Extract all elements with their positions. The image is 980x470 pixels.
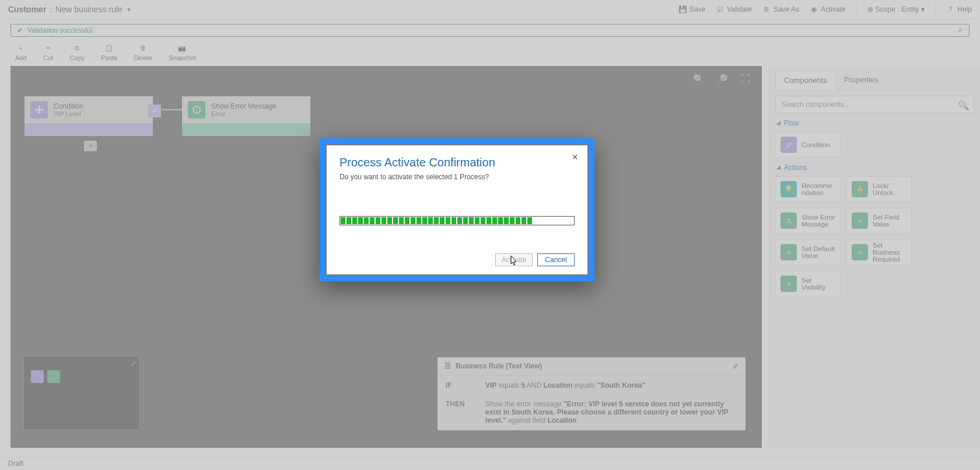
plus-icon: ＋: [16, 43, 26, 53]
then-expression: Show the error message "Error: VIP level…: [485, 400, 737, 424]
text-view-panel: ☰ Business Rule (Text View) ⤢ IF VIP equ…: [438, 357, 746, 430]
page-title[interactable]: Customer: New business rule ▾: [8, 5, 131, 14]
dialog-cancel-button[interactable]: Cancel: [537, 253, 575, 266]
component-condition[interactable]: ⑇Condition: [775, 132, 841, 158]
if-label: IF: [446, 381, 481, 389]
entity-name: Customer: [8, 5, 46, 14]
component-lock-unlock[interactable]: 🔒Lock/ Unlock: [846, 176, 912, 202]
zoom-in-button[interactable]: 🔍: [693, 73, 705, 85]
separator: [935, 4, 936, 15]
tab-components[interactable]: Components: [775, 71, 836, 90]
then-label: THEN: [446, 400, 481, 424]
minimap-action-chip: [47, 370, 60, 383]
connector: [162, 109, 182, 110]
node-subtitle: Error: [211, 110, 276, 117]
condition-node[interactable]: Condition VIP Level ✓: [24, 96, 153, 136]
component-recommendation[interactable]: 💡Recommendation: [775, 176, 841, 202]
activate-button[interactable]: ◉Activate: [810, 5, 846, 13]
component-set-business-required[interactable]: ≡Set Business Required: [846, 239, 912, 265]
dialog-activate-button[interactable]: Activate: [495, 253, 533, 266]
component-set-default-value[interactable]: ≡Set Default Value: [775, 239, 841, 265]
edit-toolbar: ＋Add ✂Cut ⧉Copy 📋Paste 🗑Delete 📷Snapshot: [0, 37, 980, 66]
separator: [856, 4, 857, 15]
validation-banner: ✔ Validation successful. ✕: [10, 24, 970, 37]
dialog-subtitle: Do you want to activate the selected 1 P…: [340, 173, 575, 181]
flow-section-header[interactable]: Flow: [776, 119, 974, 127]
canvas-toolbar: 🔍 🔎 ⛶: [693, 73, 751, 85]
actions-section-header[interactable]: Actions: [776, 163, 974, 172]
visibility-icon: ≡: [780, 276, 797, 292]
tab-properties[interactable]: Properties: [836, 71, 887, 89]
default-icon: ≡: [780, 244, 797, 260]
lock-icon: 🔒: [852, 181, 868, 197]
error-action-icon: !: [188, 101, 205, 119]
side-tabs: Components Properties: [775, 71, 974, 90]
status-text: Draft: [8, 459, 23, 468]
minimap-condition-chip: [31, 370, 44, 383]
lightbulb-icon: 💡: [780, 181, 797, 197]
show-error-node[interactable]: ! Show Error Message Error: [182, 96, 310, 136]
close-banner-button[interactable]: ✕: [957, 26, 963, 34]
textview-title: Business Rule (Text View): [456, 362, 542, 370]
required-icon: ≡: [852, 244, 868, 260]
saveas-icon: 🗎: [762, 5, 771, 13]
minimap[interactable]: ⤢: [23, 356, 140, 430]
cut-button[interactable]: ✂Cut: [43, 43, 54, 61]
component-set-field-value[interactable]: ≡Set Field Value: [846, 208, 912, 234]
node-title: Condition: [54, 102, 83, 110]
textview-icon: ☰: [444, 362, 451, 370]
save-as-button[interactable]: 🗎Save As: [762, 5, 799, 13]
error-icon: ⚠: [780, 213, 797, 229]
cut-icon: ✂: [43, 43, 54, 53]
expand-icon[interactable]: ⤢: [131, 360, 136, 367]
node-subtitle: VIP Level: [54, 110, 83, 117]
help-icon: ?: [946, 5, 954, 13]
node-title: Show Error Message: [211, 102, 276, 110]
add-button[interactable]: ＋Add: [15, 43, 27, 61]
snapshot-button[interactable]: 📷Snapshot: [169, 43, 195, 61]
validation-message: Validation successful.: [27, 26, 94, 34]
check-icon: ✓: [148, 105, 161, 117]
close-dialog-button[interactable]: ×: [572, 151, 578, 163]
expand-icon[interactable]: ⤢: [733, 362, 738, 370]
component-show-error[interactable]: ⚠Show Error Message: [775, 208, 841, 234]
fit-button[interactable]: ⛶: [740, 73, 751, 85]
title-bar: Customer: New business rule ▾ 💾Save ☑Val…: [0, 0, 980, 19]
search-components-input[interactable]: [775, 96, 974, 113]
zoom-out-button[interactable]: 🔎: [716, 73, 728, 85]
dialog-title: Process Activate Confirmation: [340, 156, 575, 169]
scope-selector[interactable]: ⊕ Scope : Entity ▾: [867, 5, 925, 13]
status-bar: Draft: [0, 457, 980, 470]
check-icon: ✔: [17, 26, 23, 34]
condition-icon: [30, 101, 48, 119]
progress-bar: [340, 216, 575, 225]
paste-button[interactable]: 📋Paste: [101, 43, 117, 61]
chevron-down-icon[interactable]: ▾: [127, 6, 131, 13]
svg-text:!: !: [196, 107, 198, 113]
side-panel: Components Properties 🔍 Flow ⑇Condition …: [769, 66, 980, 448]
scope-icon: ⊕: [867, 5, 873, 13]
activate-icon: ◉: [810, 5, 818, 13]
title-actions: 💾Save ☑Validate 🗎Save As ◉Activate ⊕ Sco…: [678, 4, 972, 15]
delete-branch-button[interactable]: ✕: [84, 141, 97, 151]
activate-dialog: Process Activate Confirmation Do you wan…: [320, 138, 594, 281]
delete-icon: 🗑: [138, 43, 148, 53]
if-expression: VIP equals 5 AND Location equals "South …: [485, 381, 737, 389]
copy-icon: ⧉: [72, 43, 82, 53]
copy-button[interactable]: ⧉Copy: [70, 43, 85, 61]
chevron-down-icon: ▾: [921, 5, 925, 13]
camera-icon: 📷: [177, 43, 187, 53]
save-button[interactable]: 💾Save: [678, 5, 705, 13]
search-icon[interactable]: 🔍: [958, 100, 970, 111]
component-set-visibility[interactable]: ≡Set Visibility: [775, 271, 841, 297]
delete-button[interactable]: 🗑Delete: [134, 43, 152, 61]
paste-icon: 📋: [104, 43, 114, 53]
field-icon: ≡: [852, 213, 868, 229]
help-button[interactable]: ?Help: [946, 5, 972, 13]
save-icon: 💾: [678, 5, 687, 13]
condition-icon: ⑇: [780, 137, 797, 153]
rule-name: New business rule: [55, 5, 122, 14]
validate-icon: ☑: [716, 5, 724, 13]
validate-button[interactable]: ☑Validate: [716, 5, 751, 13]
